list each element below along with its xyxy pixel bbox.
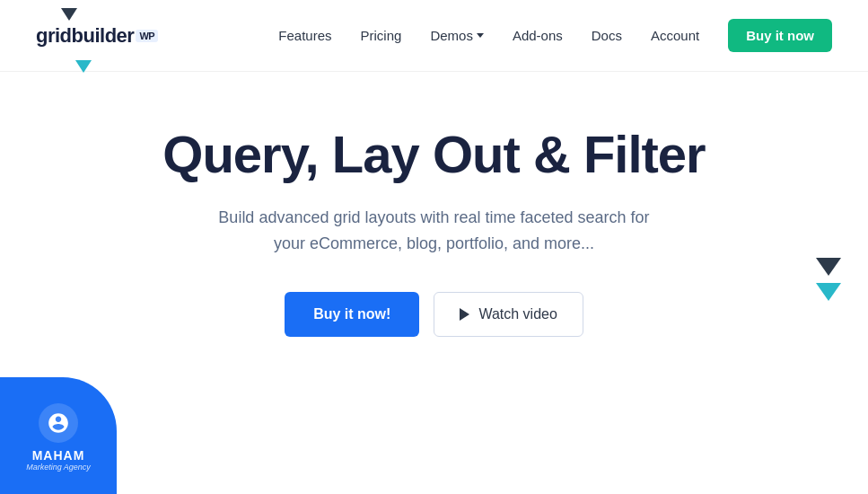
- badge-subtitle: Marketing Agency: [26, 463, 91, 472]
- agency-badge: MAHAM Marketing Agency: [0, 377, 117, 494]
- logo-wp-badge: WP: [136, 30, 158, 42]
- side-triangle-dark-icon: [816, 258, 841, 276]
- logo[interactable]: gridbuilder WP: [36, 24, 158, 48]
- play-icon: [460, 308, 469, 321]
- buy-it-now-button-hero[interactable]: Buy it now!: [285, 292, 419, 337]
- buy-it-now-button-nav[interactable]: Buy it now: [728, 19, 832, 52]
- nav-item-account[interactable]: Account: [651, 28, 699, 43]
- side-decorations: [816, 258, 841, 301]
- hero-subtitle: Build advanced grid layouts with real ti…: [210, 205, 659, 257]
- nav-item-addons[interactable]: Add-ons: [513, 28, 563, 43]
- nav-item-features[interactable]: Features: [278, 28, 331, 43]
- logo-grid: gridbuilder: [36, 24, 134, 48]
- nav-item-demos[interactable]: Demos: [430, 28, 484, 43]
- badge-title: MAHAM: [32, 448, 85, 463]
- nav-item-pricing[interactable]: Pricing: [361, 28, 402, 43]
- chevron-down-icon: [477, 33, 484, 38]
- watch-video-button[interactable]: Watch video: [434, 292, 583, 337]
- badge-icon: [39, 403, 78, 443]
- watch-video-label: Watch video: [478, 306, 557, 322]
- logo-triangle-top-icon: [61, 8, 77, 21]
- agency-logo-icon: [47, 411, 70, 435]
- main-nav: Features Pricing Demos Add-ons Docs Acco…: [278, 19, 832, 52]
- cta-buttons: Buy it now! Watch video: [285, 292, 583, 337]
- hero-title: Query, Lay Out & Filter: [162, 126, 705, 183]
- hero-section: Query, Lay Out & Filter Build advanced g…: [0, 72, 868, 373]
- header: gridbuilder WP Features Pricing Demos Ad…: [0, 0, 868, 72]
- logo-triangle-bottom-icon: [75, 60, 92, 73]
- nav-item-docs[interactable]: Docs: [592, 28, 622, 43]
- logo-text: gridbuilder WP: [36, 24, 158, 48]
- side-triangle-teal-icon: [816, 283, 841, 301]
